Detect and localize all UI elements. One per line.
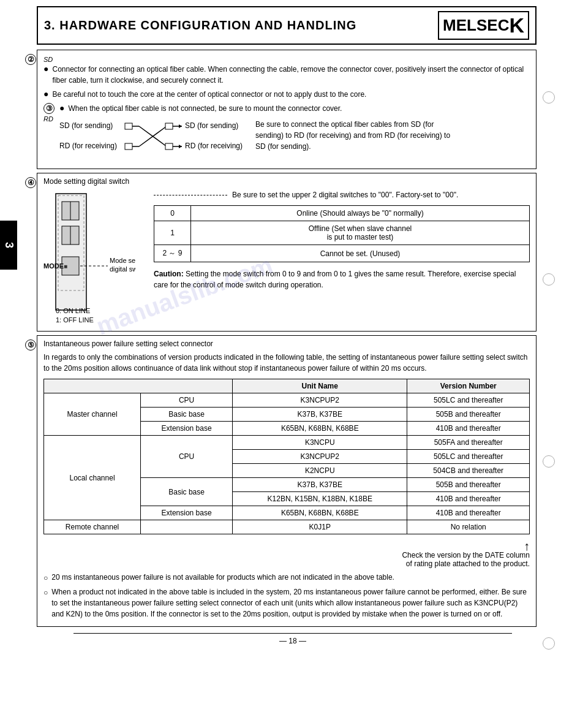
bullet-item-2: ● Be careful not to touch the core at th… [43, 89, 530, 100]
section3-area: ③ RD ● When the optical fiber cable is n… [43, 103, 530, 164]
master-channel-label: Master channel [44, 393, 141, 436]
binding-holes [543, 6, 555, 728]
local-cpu-sub: CPU [141, 436, 233, 478]
data-table: Unit Name Version Number Master channel … [43, 379, 530, 534]
local-basic1-unit: K37B, K37BE [233, 478, 407, 492]
mode-table-row-2: 2 ～ 9 Cannot be set. (Unused) [154, 245, 530, 262]
small-note-1: ○ 20 ms instantaneous power failure is n… [43, 572, 530, 583]
melsec-k: K [509, 13, 524, 37]
version-note-line1: Check the version by the DATE column [402, 551, 530, 559]
sd-rd-svg: SD (for sending) SD (for sending) RD (fo… [59, 119, 243, 162]
page-number-value: 18 [288, 637, 296, 645]
master-basic-unit: K37B, K37BE [233, 408, 407, 422]
svg-text:MODE: MODE [43, 262, 64, 270]
binding-hole-4 [543, 637, 555, 650]
local-basic-sub: Basic base [141, 478, 233, 506]
local-ext-version: 410B and thereafter [407, 506, 530, 520]
mode-key-1: 1 [154, 221, 191, 245]
section2-box: ② SD ● Connector for connecting an optic… [37, 50, 537, 169]
local-channel-label: Local channel [44, 436, 141, 520]
melsec-logo: MELSECK [438, 11, 529, 40]
melsec-text: MELSEC [443, 16, 509, 35]
master-cpu-unit: K3NCPUP2 [233, 393, 407, 408]
page-number: — 18 — [73, 633, 512, 645]
remote-version: No relation [407, 520, 530, 534]
version-note: ↑ Check the version by the DATE column o… [402, 539, 530, 568]
caution-text: Setting the mode switch from 0 to 9 and … [154, 270, 516, 289]
section4-box: ④ Mode setting digital switch [37, 173, 537, 332]
mode-table-row-0: 0 Online (Should always be "0" normally) [154, 206, 530, 221]
small-note-text-1: 20 ms instantaneous power failure is not… [51, 572, 394, 583]
section5-number: ⑤ [25, 339, 36, 351]
svg-text:Mode setting: Mode setting [110, 257, 135, 264]
svg-text:0: ON LINE: 0: ON LINE [56, 307, 90, 314]
master-basic-sub: Basic base [141, 408, 233, 422]
local-basic1-version: 505B and thereafter [407, 478, 530, 492]
section4-content: ■ MODE Mode setting digital switch 0: ON… [43, 191, 530, 327]
master-basic-version: 505B and thereafter [407, 408, 530, 422]
remote-channel-label: Remote channel [44, 520, 141, 534]
data-table-head: Unit Name Version Number [44, 379, 530, 393]
bullet-3: ● [59, 103, 64, 113]
svg-text:RD (for receiving): RD (for receiving) [59, 142, 117, 150]
section3-content: ● When the optical fiber cable is not co… [59, 103, 451, 164]
bullet-2: ● [43, 89, 48, 99]
small-note-text-2: When a product not indicated in the abov… [51, 586, 530, 620]
local-ext-unit: K65BN, K68BN, K68BE [233, 506, 407, 520]
svg-text:RD (for receiving): RD (for receiving) [185, 142, 243, 150]
local-cpu2-version: 505LC and thereafter [407, 450, 530, 464]
section4-title: Mode setting digital switch [43, 177, 530, 186]
local-cpu3-unit: K2NCPU [233, 464, 407, 478]
sd-rd-note: Be sure to connect the optical fiber cab… [255, 119, 451, 152]
mode-key-2: 2 ～ 9 [154, 245, 191, 262]
svg-text:SD (for sending): SD (for sending) [59, 121, 113, 130]
svg-rect-14 [165, 123, 173, 129]
circle-bullet-1: ○ [43, 572, 48, 583]
mode-table: 0 Online (Should always be "0" normally)… [154, 205, 530, 262]
section2-number: ② [25, 54, 36, 65]
version-note-area: ↑ Check the version by the DATE column o… [43, 539, 530, 568]
mode-table-area: Be sure to set the upper 2 digital switc… [154, 191, 530, 290]
dashed-note-text: Be sure to set the upper 2 digital switc… [232, 191, 458, 199]
table-row-remote: Remote channel K0J1P No relation [44, 520, 530, 534]
section5-box: ⑤ Instantaneous power failure setting se… [37, 335, 537, 627]
svg-text:SD (for sending): SD (for sending) [185, 121, 238, 130]
version-note-line2: of rating plate attached to the product. [402, 559, 530, 568]
section5-title: Instantaneous power failure setting sele… [43, 339, 530, 348]
svg-text:1: OFF LINE: 1: OFF LINE [56, 316, 94, 324]
page-header-title: 3. HARDWARE CONFIGURATION AND HANDLING [44, 18, 356, 32]
main-content: ② SD ● Connector for connecting an optic… [37, 50, 537, 645]
col-header-version: Version Number [407, 379, 530, 393]
bullet-text-2: Be careful not to touch the core at the … [52, 89, 366, 100]
master-ext-sub: Extension base [141, 422, 233, 436]
sidebar-tab: 3 [0, 221, 17, 270]
page-header: 3. HARDWARE CONFIGURATION AND HANDLING M… [37, 6, 537, 45]
local-basic2-unit: K12BN, K15BN, K18BN, K18BE [233, 492, 407, 506]
binding-hole-3 [543, 455, 555, 468]
master-ext-unit: K65BN, K68BN, K68BE [233, 422, 407, 436]
svg-marker-8 [179, 124, 182, 128]
svg-rect-12 [125, 123, 132, 129]
bullet-text-3: When the optical fiber cable is not conn… [68, 103, 342, 114]
local-cpu2-unit: K3NCPUP2 [233, 450, 407, 464]
section3-number: ③ [43, 103, 55, 114]
master-cpu-sub: CPU [141, 393, 233, 408]
col-header-empty [44, 379, 233, 393]
svg-text:digital switch: digital switch [110, 265, 135, 273]
local-cpu1-unit: K3NCPU [233, 436, 407, 450]
local-basic2-version: 410B and thereafter [407, 492, 530, 506]
caution-block: Caution: Setting the mode switch from 0 … [154, 268, 530, 290]
section3-num-area: ③ RD [43, 103, 55, 123]
circle-bullet-2: ○ [43, 587, 48, 620]
page-wrapper: 3 manualslib.com 3. HARDWARE CONFIGURATI… [0, 6, 561, 728]
mode-svg: ■ MODE Mode setting digital switch 0: ON… [43, 191, 135, 325]
bullet-text-1: Connector for connecting an optical fibe… [52, 64, 530, 86]
sd-label: SD [43, 56, 53, 63]
mode-value-2: Cannot be set. (Unused) [191, 245, 530, 262]
col-header-unit: Unit Name [233, 379, 407, 393]
mode-key-0: 0 [154, 206, 191, 221]
bullet-item-1: ● Connector for connecting an optical fi… [43, 64, 530, 86]
mode-table-row-1: 1 Offline (Set when slave channelis put … [154, 221, 530, 245]
remote-sub [141, 520, 233, 534]
remote-unit: K0J1P [233, 520, 407, 534]
